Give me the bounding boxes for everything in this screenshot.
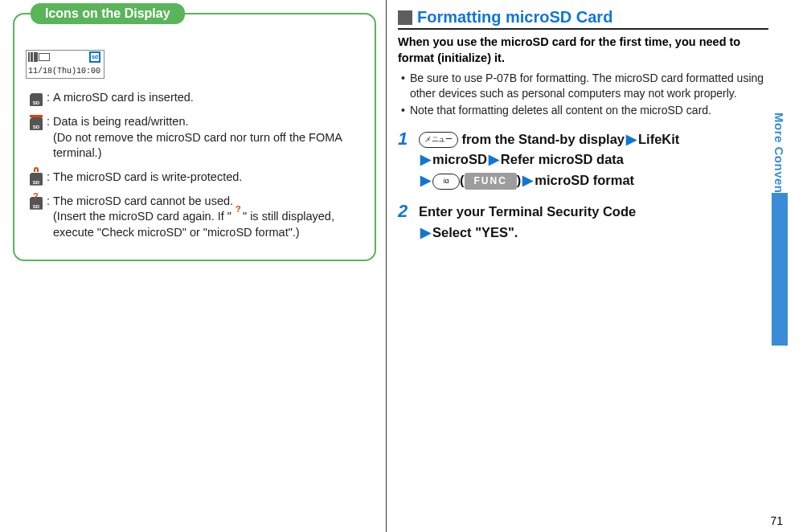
square-bullet-icon <box>398 10 412 25</box>
icon-row-readwrite: : Data is being read/written. (Do not re… <box>26 114 363 162</box>
lcd-screenshot: sd 11/18(Thu)10:00 <box>26 50 363 79</box>
page-number: 71 <box>770 514 783 527</box>
icons-callout: Icons on the Display sd 11/18(Thu)10:00 … <box>13 13 376 261</box>
step-number-icon: 1 <box>398 129 419 191</box>
func-button-icon: FUNC <box>465 173 517 190</box>
step-text: from the Stand-by display <box>458 132 625 146</box>
step-text: Enter your Terminal Security Code <box>419 204 636 219</box>
arrow-icon: ▶ <box>420 152 431 166</box>
icon-row-protected: : The microSD card is write-protected. <box>26 170 363 186</box>
intro-text: When you use the microSD card for the fi… <box>398 35 768 66</box>
battery-icon <box>39 53 50 61</box>
arrow-icon: ▶ <box>489 152 499 166</box>
step-link: microSD format <box>535 173 634 187</box>
icon-desc: The microSD card cannot be used. <box>53 194 233 207</box>
step-text: Select "YES". <box>432 225 518 239</box>
sd-card-readwrite-icon <box>30 116 43 130</box>
section-title: Formatting microSD Card <box>417 8 612 27</box>
section-heading: Formatting microSD Card <box>398 8 768 30</box>
menu-key-icon: メニュー <box>419 132 458 148</box>
icon-row-inserted: : A microSD card is inserted. <box>26 90 363 106</box>
icon-desc-sub: (Insert the microSD card again. If "?" i… <box>53 210 334 239</box>
step-link: LifeKit <box>638 132 679 146</box>
sd-card-icon <box>30 92 43 106</box>
sd-card-locked-icon <box>30 171 43 186</box>
signal-icon <box>28 52 38 62</box>
arrow-icon: ▶ <box>420 173 431 187</box>
irda-key-icon: iα <box>432 174 460 190</box>
step-1: 1 メニュー from the Stand-by display▶LifeKit… <box>398 129 768 191</box>
lcd-clock: 11/18(Thu)10:00 <box>28 67 100 76</box>
sd-indicator-icon: sd <box>89 51 100 63</box>
step-number-icon: 2 <box>398 202 419 243</box>
sd-card-error-icon: ? <box>30 195 43 210</box>
bullet-item: Note that formatting deletes all content… <box>401 103 768 118</box>
icon-row-error: ? : The microSD card cannot be used. (In… <box>26 194 363 241</box>
icon-desc: Data is being read/written. <box>53 115 188 128</box>
step-link: Refer microSD data <box>501 152 624 166</box>
step-link: microSD <box>432 152 487 166</box>
icon-desc-sub: (Do not remove the microSD card nor turn… <box>53 131 342 160</box>
arrow-icon: ▶ <box>522 173 533 187</box>
arrow-icon: ▶ <box>420 225 431 239</box>
arrow-icon: ▶ <box>626 132 637 146</box>
step-2: 2 Enter your Terminal Security Code ▶Sel… <box>398 202 768 243</box>
side-tab-marker <box>772 193 788 346</box>
callout-title: Icons on the Display <box>31 3 185 24</box>
bullet-item: Be sure to use P-07B for formatting. The… <box>401 71 768 101</box>
